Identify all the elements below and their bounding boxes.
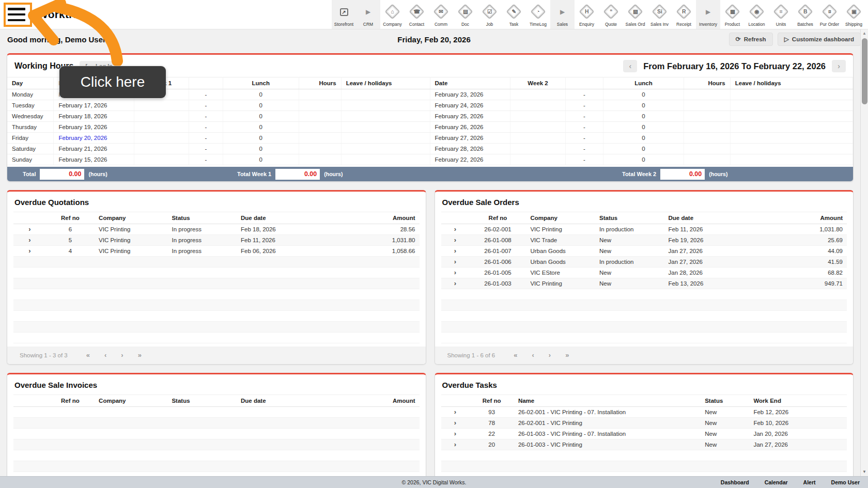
column-header: Due date bbox=[664, 212, 730, 224]
refresh-button[interactable]: ⟳ Refresh bbox=[729, 33, 773, 46]
toolbar-item-label: Sales Ord bbox=[626, 22, 645, 27]
column-header: Name bbox=[514, 395, 701, 407]
column-header: Due date bbox=[237, 395, 314, 407]
toolbar-item-comm[interactable]: ✉Comm bbox=[429, 0, 453, 29]
scroll-down-icon[interactable]: ▼ bbox=[862, 469, 866, 474]
expand-row-icon[interactable]: › bbox=[454, 430, 456, 437]
toolbar-item-inventory[interactable]: ▶Inventory bbox=[696, 0, 720, 29]
column-header: Work End bbox=[749, 395, 847, 407]
expand-row-icon[interactable]: › bbox=[454, 440, 456, 448]
table-row: ›26-01-007Urban GoodsNewJan 27, 202644.0… bbox=[441, 246, 847, 257]
toolbar-item-contact[interactable]: ☎Contact bbox=[405, 0, 429, 29]
footer-link-alert[interactable]: Alert bbox=[803, 479, 816, 485]
vertical-scrollbar[interactable]: ▲ ▼ bbox=[860, 29, 868, 476]
last-page-icon[interactable]: » bbox=[558, 351, 576, 359]
expand-row-icon[interactable]: › bbox=[454, 225, 456, 233]
toolbar-item-doc[interactable]: ▤Doc bbox=[453, 0, 477, 29]
expand-row-icon[interactable]: › bbox=[454, 408, 456, 416]
working-hours-week2-table: DateWeek 2LunchHoursLeave / holidaysFebr… bbox=[430, 77, 854, 165]
hours-suffix: (hours) bbox=[88, 171, 107, 177]
empty-row bbox=[13, 439, 420, 450]
overdue-sale-invoices-panel: Overdue Sale Invoices Ref noCompanyStatu… bbox=[7, 373, 426, 488]
column-header: Day bbox=[7, 77, 54, 89]
prev-page-icon[interactable]: ‹ bbox=[97, 351, 114, 359]
working-hours-row: WednesdayFebruary 18, 2026-0 bbox=[7, 111, 430, 122]
previous-week-button[interactable]: ‹ bbox=[623, 60, 637, 72]
toolbar-item-company[interactable]: ⌂Company bbox=[380, 0, 405, 29]
pur-order-icon: ¤ bbox=[822, 4, 838, 20]
table-row: ›6VIC PrintingIn progressFeb 18, 202628.… bbox=[13, 224, 420, 235]
toolbar-item-units[interactable]: ≡Units bbox=[769, 0, 793, 29]
toolbar-item-location[interactable]: ◉Location bbox=[745, 0, 769, 29]
toolbar-item-label: Product bbox=[725, 22, 740, 27]
scroll-up-icon[interactable]: ▲ bbox=[862, 31, 866, 36]
empty-row bbox=[441, 333, 847, 343]
expand-row-icon[interactable]: › bbox=[28, 225, 30, 233]
column-header: Week 2 bbox=[510, 77, 565, 89]
first-page-icon[interactable]: « bbox=[506, 351, 524, 359]
expand-row-icon[interactable]: › bbox=[454, 269, 456, 276]
toolbar-item-batches[interactable]: BBatches bbox=[793, 0, 817, 29]
total-hours-input[interactable] bbox=[40, 169, 84, 180]
toolbar-item-pur-order[interactable]: ¤Pur Order bbox=[817, 0, 842, 29]
toolbar-item-receipt[interactable]: RReceipt bbox=[672, 0, 696, 29]
total-week2-input[interactable] bbox=[660, 169, 705, 180]
expand-row-icon[interactable]: › bbox=[28, 236, 30, 244]
column-header: Amount bbox=[729, 212, 847, 224]
toolbar-item-sales-inv[interactable]: SiSales Inv bbox=[647, 0, 672, 29]
toolbar-item-crm[interactable]: ▶CRM bbox=[356, 0, 380, 29]
expand-row-icon[interactable]: › bbox=[28, 247, 30, 255]
column-header bbox=[189, 77, 223, 89]
toolbar-item-label: Receipt bbox=[676, 22, 691, 27]
footer-link-calendar[interactable]: Calendar bbox=[765, 479, 788, 485]
click-here-tooltip: Click here bbox=[59, 66, 166, 98]
working-hours-row: SundayFebruary 15, 2026-0 bbox=[7, 154, 430, 165]
total-week1-input[interactable] bbox=[275, 169, 320, 180]
expand-row-icon[interactable]: › bbox=[454, 247, 456, 255]
toolbar-item-label: Pur Order bbox=[820, 22, 839, 27]
prev-page-icon[interactable]: ‹ bbox=[524, 351, 541, 359]
toolbar-item-quote[interactable]: “Quote bbox=[599, 0, 623, 29]
toolbar-item-enquiry[interactable]: HEnquiry bbox=[575, 0, 599, 29]
toolbar-item-sales-ord[interactable]: ▧Sales Ord bbox=[623, 0, 647, 29]
footer-link-dashboard[interactable]: Dashboard bbox=[721, 479, 749, 485]
first-page-icon[interactable]: « bbox=[79, 351, 97, 359]
overdue-tasks-table: Ref noNameStatusWork End›9326-02-001 - V… bbox=[441, 395, 847, 488]
hamburger-menu-icon[interactable] bbox=[8, 7, 25, 22]
expand-row-icon[interactable]: › bbox=[454, 258, 456, 265]
working-hours-row: February 28, 2026-0 bbox=[430, 144, 853, 154]
comm-icon: ✉ bbox=[433, 4, 449, 20]
toolbar-item-label: Units bbox=[776, 22, 786, 27]
toolbar-item-product[interactable]: ▦Product bbox=[720, 0, 745, 29]
toolbar-item-timelog[interactable]: ◔TimeLog bbox=[526, 0, 550, 29]
toolbar-item-job[interactable]: ☑Job bbox=[477, 0, 502, 29]
receipt-icon: R bbox=[676, 4, 692, 20]
table-row: ›26-01-005VIC EStoreNewJan 28, 202668.82 bbox=[441, 267, 847, 278]
next-week-button[interactable]: › bbox=[832, 60, 846, 72]
working-hours-row: February 23, 2026-0 bbox=[430, 89, 853, 100]
next-page-icon[interactable]: › bbox=[114, 351, 130, 359]
empty-row bbox=[441, 311, 847, 322]
toolbar-item-storefront[interactable]: ↗Storefront bbox=[332, 0, 356, 29]
table-row: ›2026-01-003 - VIC PrintingNewJan 27, 20… bbox=[441, 439, 847, 450]
total-week1-label: Total Week 1 bbox=[237, 171, 271, 177]
empty-row bbox=[13, 322, 420, 333]
expand-row-icon[interactable]: › bbox=[454, 419, 456, 427]
overdue-sale-invoices-table: Ref noCompanyStatusDue dateAmount bbox=[13, 395, 420, 488]
table-row: ›9326-02-001 - VIC Printing - 07. Instal… bbox=[441, 407, 847, 418]
toolbar-item-sales[interactable]: ▶Sales bbox=[550, 0, 575, 29]
scrollbar-thumb[interactable] bbox=[862, 38, 867, 104]
toolbar-item-task[interactable]: ✎Task bbox=[502, 0, 526, 29]
working-hours-row: February 25, 2026-0 bbox=[430, 111, 853, 122]
expand-row-icon[interactable]: › bbox=[454, 236, 456, 244]
today-date-link[interactable]: February 20, 2026 bbox=[58, 135, 107, 141]
sales-icon: ▶ bbox=[560, 8, 565, 15]
last-page-icon[interactable]: » bbox=[131, 351, 149, 359]
overdue-quotations-table: Ref noCompanyStatusDue dateAmount›6VIC P… bbox=[13, 212, 420, 343]
next-page-icon[interactable]: › bbox=[541, 351, 558, 359]
toolbar-item-shipping[interactable]: ▣Shipping bbox=[842, 0, 866, 29]
customize-dashboard-button[interactable]: ▷ Customize dashboard bbox=[778, 33, 861, 46]
footer-link-demo-user[interactable]: Demo User bbox=[831, 479, 860, 485]
column-header bbox=[13, 212, 46, 224]
expand-row-icon[interactable]: › bbox=[454, 279, 456, 287]
